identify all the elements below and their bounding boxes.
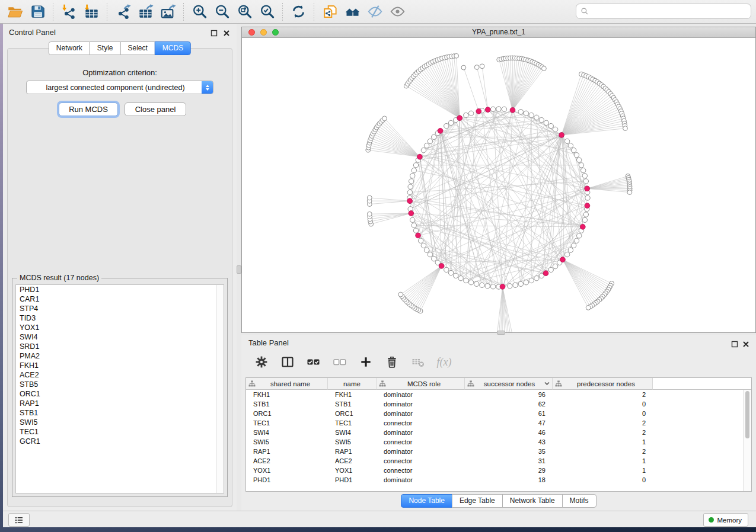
network-canvas[interactable]: [242, 38, 755, 332]
mcds-result-list[interactable]: PHD1CAR1STP4TID3YOX1SWI4SRD1PMA2FKH1ACE2…: [15, 284, 224, 493]
cell-predecessor_nodes: 1: [553, 456, 653, 466]
column-header-shared-name[interactable]: shared name: [246, 378, 328, 390]
cell-name: FKH1: [328, 390, 377, 399]
table-tab-node-table[interactable]: Node Table: [401, 494, 452, 508]
mcds-result-item[interactable]: STB1: [16, 408, 224, 418]
mcds-result-item[interactable]: TEC1: [16, 427, 224, 437]
column-header-predecessor-nodes[interactable]: predecessor nodes: [553, 378, 653, 390]
zoom-out-icon[interactable]: [210, 2, 233, 22]
cell-predecessor_nodes: 1: [553, 466, 653, 475]
list-scrollbar[interactable]: [216, 285, 224, 493]
refresh-layout-icon[interactable]: [287, 2, 310, 22]
table-row[interactable]: FKH1FKH1dominator962: [246, 390, 744, 399]
shared-column-icon: [467, 380, 474, 387]
export-table-icon[interactable]: [134, 2, 157, 22]
table-tab-edge-table[interactable]: Edge Table: [452, 494, 503, 508]
deselect-all-icon[interactable]: [331, 354, 348, 370]
search-input[interactable]: [592, 7, 751, 16]
column-header-MCDS-role[interactable]: MCDS role: [377, 378, 465, 390]
mcds-result-item[interactable]: ORC1: [16, 389, 224, 399]
hide-selected-icon[interactable]: [363, 2, 386, 22]
float-panel-icon[interactable]: [210, 28, 218, 36]
add-icon[interactable]: [358, 354, 374, 370]
tab-style[interactable]: Style: [90, 41, 121, 55]
cell-predecessor_nodes: 2: [553, 418, 653, 428]
cell-mcds_role: dominator: [377, 447, 465, 456]
mcds-result-item[interactable]: RAP1: [16, 399, 224, 408]
export-network-icon[interactable]: [111, 2, 134, 22]
table-row[interactable]: SWI5SWI5connector431: [246, 437, 744, 447]
mcds-result-item[interactable]: SWI5: [16, 418, 224, 427]
mcds-result-item[interactable]: STP4: [16, 304, 224, 313]
run-mcds-button[interactable]: Run MCDS: [59, 102, 118, 116]
first-neighbors-icon[interactable]: [341, 2, 363, 22]
tab-network[interactable]: Network: [49, 41, 90, 55]
mcds-result-item[interactable]: PHD1: [16, 285, 224, 294]
scrollbar-thumb[interactable]: [745, 391, 749, 438]
duplicate-network-icon[interactable]: [318, 2, 341, 22]
table-row[interactable]: SWI4SWI4dominator462: [246, 428, 744, 437]
function-builder-icon[interactable]: f(x): [436, 354, 452, 370]
cell-successor_nodes: 96: [465, 390, 553, 399]
zoom-fit-icon[interactable]: [233, 2, 256, 22]
close-panel-button[interactable]: Close panel: [125, 102, 186, 116]
cell-name: RAP1: [328, 447, 377, 456]
open-file-icon[interactable]: [4, 2, 26, 22]
table-tab-motifs[interactable]: Motifs: [562, 494, 596, 508]
mcds-result-item[interactable]: FKH1: [16, 361, 224, 370]
cell-mcds_role: dominator: [377, 399, 465, 409]
tab-select[interactable]: Select: [120, 41, 155, 55]
table-row[interactable]: ORC1ORC1dominator610: [246, 409, 744, 418]
memory-button[interactable]: Memory: [703, 513, 748, 527]
tab-mcds[interactable]: MCDS: [155, 41, 191, 55]
table-scrollbar[interactable]: [743, 390, 751, 491]
cell-name: SWI5: [328, 437, 377, 447]
table-splitter-grip[interactable]: [497, 331, 505, 335]
mcds-result-item[interactable]: SWI4: [16, 332, 224, 342]
mcds-result-item[interactable]: TID3: [16, 313, 224, 323]
sort-desc-icon: [544, 382, 550, 386]
column-header-name[interactable]: name: [328, 378, 377, 390]
export-image-icon[interactable]: [157, 2, 179, 22]
cell-successor_nodes: 62: [465, 399, 553, 409]
select-stepper-icon: [202, 81, 213, 94]
zoom-selected-icon[interactable]: [256, 2, 278, 22]
task-history-button[interactable]: [8, 513, 30, 527]
import-table-icon[interactable]: [80, 2, 103, 22]
close-panel-icon[interactable]: [223, 28, 230, 36]
mcds-result-item[interactable]: PMA2: [16, 351, 224, 361]
gear-icon[interactable]: [253, 354, 270, 370]
mcds-result-item[interactable]: ACE2: [16, 370, 224, 380]
close-table-panel-icon[interactable]: [742, 339, 749, 347]
zoom-in-icon[interactable]: [188, 2, 210, 22]
cell-mcds_role: dominator: [377, 409, 465, 418]
cell-predecessor_nodes: 2: [553, 390, 653, 399]
delete-icon[interactable]: [384, 354, 400, 370]
mcds-result-item[interactable]: CAR1: [16, 294, 224, 304]
mcds-result-item[interactable]: YOX1: [16, 323, 224, 332]
panel-splitter[interactable]: [237, 24, 241, 511]
table-tabs: Node TableEdge TableNetwork TableMotifs: [241, 494, 756, 508]
table-row[interactable]: RAP1RAP1dominator352: [246, 447, 744, 456]
float-table-panel-icon[interactable]: [731, 339, 738, 347]
mcds-result-item[interactable]: STB5: [16, 380, 224, 389]
split-view-icon[interactable]: [279, 354, 296, 370]
cell-successor_nodes: 46: [465, 428, 553, 437]
network-graph: [242, 38, 755, 332]
save-session-icon[interactable]: [26, 2, 49, 22]
table-row[interactable]: YOX1YOX1connector291: [246, 466, 744, 475]
criterion-select[interactable]: largest connected component (undirected): [26, 81, 213, 94]
delete-table-icon[interactable]: [410, 354, 426, 370]
table-row[interactable]: ACE2ACE2connector311: [246, 456, 744, 466]
import-network-icon[interactable]: [58, 2, 80, 22]
mcds-result-item[interactable]: SRD1: [16, 342, 224, 351]
table-row[interactable]: TEC1TEC1connector472: [246, 418, 744, 428]
table-row[interactable]: PHD1PHD1dominator180: [246, 475, 744, 485]
table-row[interactable]: STB1STB1dominator620: [246, 399, 744, 409]
mcds-result-item[interactable]: GCR1: [16, 437, 224, 446]
show-all-icon[interactable]: [386, 2, 409, 22]
select-all-icon[interactable]: [305, 354, 322, 370]
column-header-successor-nodes[interactable]: successor nodes: [465, 378, 553, 390]
splitter-grip[interactable]: [237, 265, 241, 274]
table-tab-network-table[interactable]: Network Table: [502, 494, 563, 508]
